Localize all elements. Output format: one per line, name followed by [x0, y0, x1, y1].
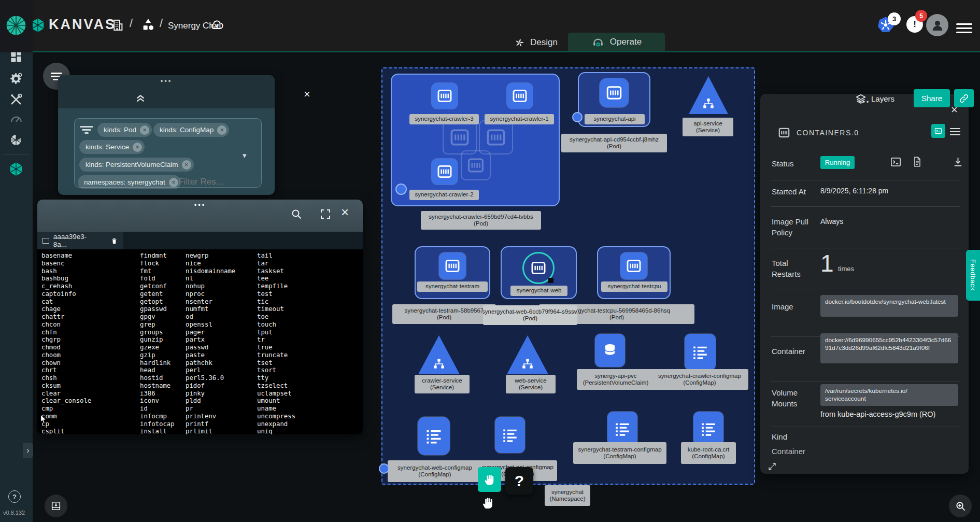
- left-rail: › ? v0.8.132: [0, 52, 33, 522]
- node-label-api-service: api-service(Service): [683, 118, 733, 136]
- terminal-column-4: tail tar taskset tee tempfile test tic t…: [257, 252, 295, 434]
- collapse-icon[interactable]: [135, 92, 146, 103]
- layers-button[interactable]: Layers: [855, 90, 894, 108]
- node-label-api: synergychat-api: [585, 114, 645, 124]
- divider: [771, 427, 960, 427]
- avatar[interactable]: [926, 14, 948, 36]
- sidebar-item-settings[interactable]: [9, 72, 23, 86]
- volume-mounts-value[interactable]: /var/run/secrets/kubernetes.io/ servicea…: [820, 384, 958, 406]
- feedback-tab[interactable]: Feedback: [966, 250, 980, 301]
- terminal-output[interactable]: basename basenc bash bashbug c_rehash ca…: [37, 249, 363, 434]
- remove-chip-icon[interactable]: ×: [133, 143, 142, 152]
- layers-icon: [855, 93, 867, 105]
- kind-value: Container: [772, 447, 805, 456]
- divider: [771, 206, 960, 207]
- version-label: v0.8.132: [3, 510, 25, 516]
- tab-operate[interactable]: Operate: [568, 33, 665, 51]
- sidebar-item-performance[interactable]: [9, 112, 23, 126]
- filter-chip-kinds-pvc[interactable]: kinds: PersistentVolumeClaim×: [79, 158, 194, 172]
- dock-terminal-button[interactable]: [45, 495, 67, 517]
- help-button[interactable]: ?: [8, 490, 21, 503]
- node-pod-crawler-1[interactable]: [507, 83, 533, 109]
- share-button[interactable]: Share: [914, 89, 950, 107]
- provider-logo-cell[interactable]: [0, 0, 33, 52]
- trash-icon[interactable]: [110, 236, 118, 245]
- sidebar-item-kanvas-active[interactable]: [8, 160, 24, 178]
- namespace-collapse-badge[interactable]: [379, 463, 389, 474]
- design-icon: [514, 37, 525, 48]
- rail-expand-chevron[interactable]: ›: [23, 443, 33, 458]
- container-details-button[interactable]: [931, 124, 945, 138]
- container-icon: [605, 83, 623, 102]
- node-label-crawler-pod: synergychat-crawler-659bd97cd4-tvbbs(Pod…: [421, 211, 541, 230]
- sidebar-item-toolkit[interactable]: [9, 93, 23, 106]
- filter-chip-kinds-configmap[interactable]: kinds: ConfigMap×: [153, 123, 229, 137]
- sidebar-item-mesh[interactable]: [9, 133, 23, 147]
- filter-resources-input[interactable]: [177, 175, 245, 189]
- fullscreen-icon[interactable]: [319, 208, 332, 220]
- image-value[interactable]: docker.io/bootdotdev/synergychat-web:lat…: [820, 295, 958, 317]
- zoom-search-button[interactable]: [949, 495, 972, 517]
- menu-icon[interactable]: [956, 21, 972, 36]
- list-view-icon[interactable]: [950, 126, 960, 137]
- node-label-crawler-service: crawler-service(Service): [415, 375, 470, 393]
- container-icon: [530, 259, 547, 277]
- drag-handle-icon[interactable]: •••: [37, 201, 363, 209]
- expand-panel-icon[interactable]: [768, 462, 777, 471]
- container-icon: [625, 257, 643, 275]
- workspace-icon[interactable]: [140, 16, 156, 34]
- drag-handle-icon[interactable]: •••: [58, 77, 275, 85]
- terminal-tab-bar: aaaa39e3-8a...: [37, 232, 363, 249]
- filter-chip-kinds-service[interactable]: kinds: Service×: [79, 140, 145, 154]
- container-label: Container: [772, 346, 805, 357]
- download-icon[interactable]: [952, 156, 964, 168]
- container-icon: [444, 257, 461, 275]
- node-pod-crawler-3[interactable]: [432, 83, 458, 109]
- pod-watermark-icon: [479, 120, 513, 154]
- node-configmap-testram[interactable]: [607, 412, 637, 446]
- configmap-icon: [699, 419, 718, 438]
- selection-handle[interactable]: [548, 278, 553, 283]
- chevron-down-icon[interactable]: ▾: [243, 151, 247, 160]
- logs-icon[interactable]: [912, 156, 923, 168]
- container-value[interactable]: docker://6d96990655cc952b4423304f3c57d66…: [820, 333, 958, 363]
- search-icon[interactable]: [290, 208, 303, 220]
- kubernetes-context-badge: 3: [888, 12, 901, 25]
- remove-chip-icon[interactable]: ×: [217, 125, 226, 135]
- node-pod-testram[interactable]: [439, 252, 466, 279]
- node-configmap-kube-root-ca[interactable]: [693, 412, 723, 446]
- node-pod-testcpu[interactable]: [620, 252, 647, 279]
- node-configmap-api[interactable]: [495, 417, 525, 453]
- copy-link-button[interactable]: [954, 89, 974, 107]
- remove-chip-icon[interactable]: ×: [140, 125, 149, 135]
- node-configmap-web[interactable]: [418, 417, 450, 455]
- configmap-icon: [691, 343, 709, 361]
- close-icon[interactable]: ×: [304, 89, 310, 100]
- image-pull-policy-label: Image Pull Policy: [772, 216, 817, 238]
- filter-chip-kinds-pod[interactable]: kinds: Pod×: [97, 123, 152, 137]
- node-configmap-crawler[interactable]: [685, 334, 716, 370]
- configmap-icon: [501, 426, 519, 444]
- node-pvc-synergy-api[interactable]: [595, 334, 625, 367]
- node-pod-crawler-2[interactable]: [432, 159, 458, 185]
- group-collapse-badge[interactable]: [395, 184, 407, 195]
- pan-tool-button[interactable]: [478, 467, 501, 492]
- divider: [771, 180, 960, 180]
- tab-design[interactable]: Design: [514, 34, 558, 51]
- remove-chip-icon[interactable]: ×: [182, 160, 191, 170]
- close-icon[interactable]: ×: [341, 206, 349, 218]
- terminal-window: ••• × aaaa39e3-8a... basename basenc bas…: [37, 200, 363, 434]
- filter-chip-namespace[interactable]: namespaces: synergychat×: [78, 175, 181, 189]
- exec-terminal-icon[interactable]: [890, 156, 902, 168]
- group-collapse-badge[interactable]: [572, 112, 583, 122]
- terminal-session-tab[interactable]: aaaa39e3-8a...: [37, 232, 123, 249]
- notification-count-badge: 5: [915, 10, 927, 22]
- container-icon: [777, 126, 791, 139]
- status-label: Status: [772, 158, 794, 169]
- brand-name[interactable]: KANVAS: [49, 17, 116, 33]
- node-label-crawler-2: synergychat-crawler-2: [409, 190, 479, 200]
- node-pod-api[interactable]: [600, 78, 629, 107]
- total-restarts-value: 1: [820, 249, 834, 277]
- help-tool-button[interactable]: ?: [505, 467, 533, 495]
- organization-icon[interactable]: [111, 17, 125, 34]
